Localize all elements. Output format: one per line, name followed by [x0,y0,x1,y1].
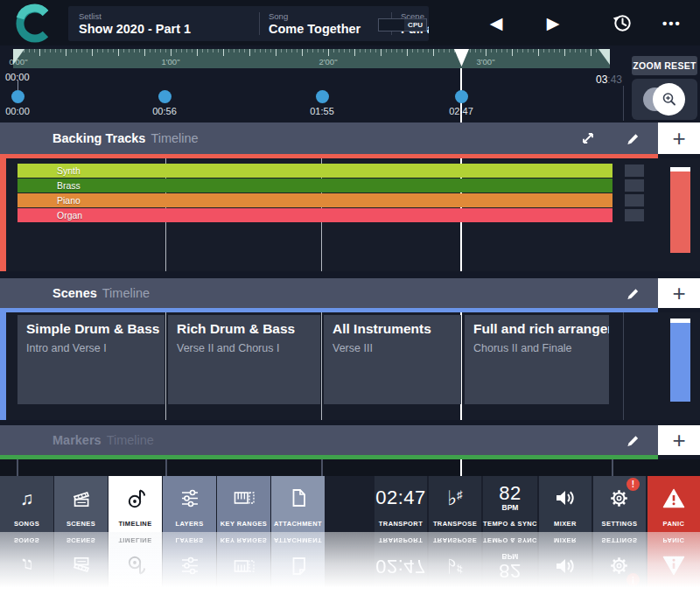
bottom-dock: ♫SONGS SCENES TIMELINE LAYERS KEY RANGES… [0,532,700,609]
backing-track-piano[interactable]: Piano [18,193,612,207]
toolbar-tab-label: SCENES [66,520,95,528]
marker-tick [165,459,167,476]
session-info-box: Setlist Show 2020 - Part 1 Song Come Tog… [68,6,429,41]
toolbar-tab-label: TRANSPORT [379,520,423,528]
backing-track-synth[interactable]: Synth [18,164,612,178]
scene-marker-dot[interactable] [316,90,329,103]
toolbar-tab-layers[interactable]: LAYERS [163,476,216,532]
markers-strip [0,459,700,476]
backing-volume-fader[interactable] [670,167,690,253]
scene-card[interactable]: Full and rich arrangemChorus II and Fina… [465,315,609,404]
toolbar-tab-tempo-sync[interactable]: 82BPMTEMPO & SYNC [483,476,537,532]
transport-time: 02:47 [375,556,426,576]
backing-track-organ[interactable]: Organ [18,208,612,222]
toolbar-tab-attachment[interactable]: ATTACHMENT [271,476,325,532]
edit-scenes-button[interactable] [621,283,642,304]
scene-marker-time: 00:56 [145,106,184,116]
toolbar-tab-label: TEMPO & SYNC [483,536,537,544]
fader-cap [670,167,690,172]
markers-header: Markers Timeline [0,425,658,455]
history-button[interactable] [607,0,637,46]
add-marker-button[interactable]: + [658,425,700,455]
toolbar-tab-panic[interactable]: PANIC [648,476,700,532]
cpu-meter: CPU [378,18,427,32]
marker-tick [612,459,613,476]
pencil-icon [625,433,640,448]
zoom-knob-panel[interactable] [632,79,697,120]
notification-badge: ! [626,573,640,586]
scene-card[interactable]: All InstrumentsVerse III [324,315,461,404]
flat-sharp-glyph: ♭♯ [447,488,462,508]
toolbar-tab-settings[interactable]: !SETTINGS [593,476,646,532]
toolbar-tab-transpose: ♭♯TRANSPOSE [429,532,481,588]
toolbar-tab-label: TIMELINE [118,536,151,544]
edit-markers-button[interactable] [621,430,642,451]
track-clip-stub [625,164,644,177]
track-clip-stub [625,194,644,206]
toolbar-tab-label: PANIC [663,536,685,544]
track-clip-stub [625,179,644,192]
previous-button[interactable]: ◀ [481,0,511,46]
clapper-icon-area [54,476,108,520]
add-scene-button[interactable]: + [658,278,700,308]
speaker-icon-area [539,476,592,520]
edit-backing-tracks-button[interactable] [621,128,642,149]
more-menu-button[interactable]: ••• [654,0,690,46]
scenes-volume-fader[interactable] [670,318,690,402]
grid-line [321,312,322,420]
toolbar-tab-label: SCENES [66,536,95,544]
sliders-icon [179,488,200,508]
scene-card-title: All Instruments [332,321,452,337]
toolbar-tab-label: ATTACHMENT [274,520,322,528]
pencil-icon [625,286,640,301]
scene-card-subtitle: Intro and Verse I [26,342,156,354]
setlist-value: Show 2020 - Part 1 [79,22,250,37]
toolbar-tab-tempo-sync: 82BPMTEMPO & SYNC [483,532,537,588]
scene-marker-dot[interactable] [11,90,24,103]
setlist-field[interactable]: Setlist Show 2020 - Part 1 [79,6,250,41]
timeline-icon-area [108,544,162,588]
zoom-range-left-handle[interactable] [13,49,24,65]
toolbar-tab-songs[interactable]: ♫SONGS [0,476,53,532]
transpose-icon-area: ♭♯ [429,544,481,588]
toolbar-tab-transport[interactable]: 02:47TRANSPORT [374,476,427,532]
timeline-ruler[interactable]: 0'00"1'00"2'00"3'00" [13,49,610,68]
transport-time: 02:47 [375,488,426,508]
toolbar-tab-timeline[interactable]: TIMELINE [108,476,162,532]
transport-icon-area: 02:47 [374,544,427,588]
toolbar-tab-label: SONGS [14,520,39,528]
toolbar-tab-label: TEMPO & SYNC [483,520,537,528]
document-icon-area [271,544,325,588]
scene-card[interactable]: Simple Drum & BassIntro and Verse I [18,315,164,404]
backing-track-brass[interactable]: Brass [18,178,612,192]
markers-title: Markers [52,433,102,447]
markers-accent-line [0,605,658,609]
scene-marker-dot[interactable] [158,90,172,103]
clapperboard-icon [71,488,92,508]
bpm-unit: BPM [499,503,521,512]
add-backing-track-button[interactable]: + [658,122,700,154]
scene-card-subtitle: Verse III [332,342,452,354]
backing-tracks-title: Backing Tracks [52,131,145,145]
top-bar: Setlist Show 2020 - Part 1 Song Come Tog… [0,0,700,46]
playhead-handle[interactable] [454,49,469,67]
track-label: Brass [57,180,80,191]
piano-icon-area [217,476,270,520]
toolbar-tab-key-ranges[interactable]: KEY RANGES [217,476,270,532]
zoom-range-right-handle[interactable] [598,49,610,65]
next-button[interactable]: ▶ [538,0,568,46]
expand-button[interactable] [578,128,598,149]
piano-keys-icon [233,488,256,508]
toolbar-tab-mixer[interactable]: MIXER [539,476,592,532]
scene-card[interactable]: Rich Drum & BassVerse II and Chorus I [168,315,320,404]
zoom-reset-button[interactable]: ZOOM RESET [632,56,697,75]
scenes-subtitle: Timeline [102,286,150,300]
song-field[interactable]: Song Come Together [269,6,382,41]
toolbar-tab-transpose[interactable]: ♭♯TRANSPOSE [429,476,481,532]
warning-icon-area [648,476,700,520]
track-label: Piano [57,195,80,206]
toolbar-tab-scenes[interactable]: SCENES [54,476,108,532]
scene-marker-dot[interactable] [455,90,468,103]
zoom-knob[interactable] [653,83,685,116]
track-clip-stub [625,209,644,221]
